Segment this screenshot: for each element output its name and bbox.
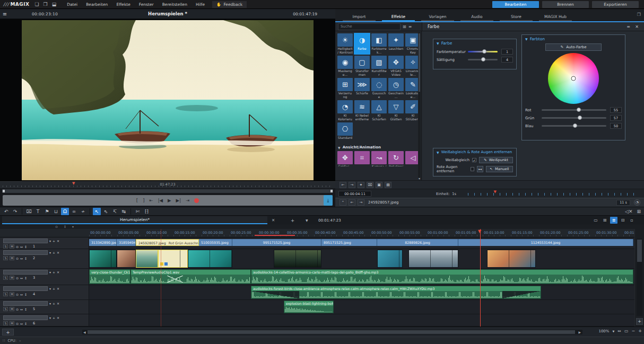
track-body-4[interactable]: audioblocks-forest-birds-close-ambience-… — [89, 285, 634, 299]
timeline-vertical-scrollbar[interactable]: + — [634, 229, 644, 327]
mouse-mode-all-tracks-button[interactable]: ⇖ — [102, 208, 110, 215]
effect-tile-helligkeit-kontrast[interactable]: ☀Helligkeit/ Kontrast — [337, 33, 353, 55]
clip-thumbnail-fall[interactable] — [274, 250, 321, 268]
rot-slider[interactable] — [542, 109, 606, 111]
project-tab-dropdown-icon[interactable]: ▼ — [306, 218, 308, 222]
audio-clip-audioblocks-14-collettivo-armonico-carlo[interactable]: audioblocks-14-collettivo-armonico-carlo… — [251, 269, 633, 284]
effect-tile-vegas-video-stab[interactable]: ✥VEGAS Video Stab... — [388, 55, 404, 77]
zoom-dropdown-icon[interactable]: ▼ — [612, 330, 614, 333]
razor-button[interactable]: ✄ — [134, 208, 142, 215]
delete-button[interactable]: ⌧ — [25, 208, 33, 215]
effect-tile-ki-gl-tten[interactable]: ▽KI Glätten — [388, 100, 404, 121]
slider-thumb[interactable] — [481, 57, 485, 61]
copy-button[interactable]: ▣ — [376, 182, 382, 188]
project-tab[interactable]: Herumspielen* — [2, 216, 267, 224]
mixer-button[interactable]: ⊞ — [637, 209, 641, 214]
track-add-button[interactable]: + — [53, 302, 55, 305]
range-in-button[interactable]: [ — [136, 198, 138, 202]
effect-tile-gr-e[interactable]: ✥Größe/... — [337, 151, 353, 167]
undo-button[interactable]: ↶ — [2, 208, 10, 215]
track-lock-icon[interactable]: ⊙ — [16, 293, 19, 296]
track-body-3[interactable]: very-close-thunder_Ck1_184d.mp3TempPrevi… — [89, 269, 634, 285]
range-button[interactable]: ⊔ — [52, 208, 60, 215]
jump-start-button[interactable]: ⇤ — [150, 198, 153, 202]
play-button[interactable]: ▶ — [168, 198, 171, 202]
clip-thumbnail-sunset[interactable] — [487, 250, 536, 268]
clip-name-895171525-jpeg[interactable]: 895171525.jpeg — [321, 239, 377, 246]
track-select-box[interactable] — [3, 250, 48, 255]
effect-tile-crop-icon[interactable]: ⌗ — [354, 151, 370, 167]
effect-tile-farbe[interactable]: ◑Farbe — [354, 33, 370, 55]
tab-effekte[interactable]: Effekte — [382, 13, 415, 21]
menu-bearbeiten[interactable]: Bearbeiten — [82, 1, 112, 8]
blau-slider[interactable] — [542, 125, 606, 127]
rote-augen-entfernen-checkbox[interactable] — [471, 167, 474, 171]
track-mute-button[interactable]: M — [10, 256, 14, 260]
tab-audio[interactable]: Audio — [460, 13, 493, 21]
jump-end-button[interactable]: ⇥ — [186, 198, 189, 202]
slider-thumb[interactable] — [578, 116, 582, 120]
track-mute-button[interactable]: M — [10, 244, 14, 249]
track-resize-h-icon[interactable]: ↔ — [20, 322, 23, 325]
insert-mode-button[interactable]: ⤓ — [324, 195, 333, 206]
collapse-icon[interactable]: ▾ — [72, 225, 74, 228]
track-close-button[interactable]: ✕ — [57, 239, 59, 243]
gr-n-slider[interactable] — [542, 117, 606, 119]
view-timeline-button[interactable]: ≣ — [610, 217, 617, 224]
restore-window-icon[interactable]: ❐ — [637, 12, 641, 17]
clip-name-1124553144-jpeg[interactable]: 1124553144.jpeg — [458, 239, 633, 246]
track-select-box[interactable] — [3, 315, 48, 320]
redo-button[interactable]: ↷ — [11, 208, 19, 215]
clip-thumbnail-turtle[interactable] — [188, 250, 232, 268]
track-body-5[interactable]: explosion-blast-lightning-bolt... — [89, 300, 634, 314]
track-resize-h-icon[interactable]: ↔ — [20, 307, 23, 311]
tab-import[interactable]: Import — [343, 13, 376, 21]
keyframe-ruler[interactable]: ▼ — [468, 193, 640, 196]
menu-feedback[interactable]: ✋Feedback — [212, 1, 247, 8]
section-ansicht-animation[interactable]: ▼Ansicht/Animation — [338, 145, 420, 149]
effect-tile-farbkorrek[interactable]: ◧Farbkorrek... — [371, 33, 387, 55]
track-select-box[interactable] — [3, 301, 48, 306]
menu-hilfe[interactable]: Hilfe — [192, 1, 209, 8]
track-collapse-button[interactable]: ▾ — [49, 251, 51, 254]
track-body-2[interactable] — [89, 249, 634, 268]
new-project-icon[interactable]: ❏ — [34, 2, 39, 7]
search-input[interactable] — [338, 23, 401, 30]
track-add-button[interactable]: + — [53, 239, 55, 243]
track-close-button[interactable]: ✕ — [57, 251, 59, 254]
track-close-button[interactable]: ✕ — [57, 287, 59, 290]
weissabgleich-group-header[interactable]: ▼Weißabgleich & Rote Augen entfernen — [433, 148, 516, 155]
video-preview[interactable] — [0, 19, 335, 181]
tab-store[interactable]: Store — [500, 13, 533, 21]
title-text-button[interactable]: T — [34, 208, 42, 215]
track-lock-icon[interactable]: ⊙ — [16, 276, 19, 280]
menu-bereitstellen[interactable]: Bereitstellen — [158, 1, 192, 8]
object-edit-button[interactable]: ⁅⁆ — [143, 208, 151, 215]
track-solo-button[interactable]: S — [3, 256, 8, 260]
effect-tile-sch-rfe[interactable]: ⋙Schärfe — [354, 77, 370, 99]
delete-effect-button[interactable]: ⌧ — [367, 182, 373, 188]
track-resize-h-icon[interactable]: ↔ — [20, 257, 23, 260]
wei-abgleich-checkbox[interactable]: ✓ — [472, 158, 476, 162]
track-collapse-button[interactable]: ▾ — [49, 287, 51, 290]
slider-thumb[interactable] — [573, 124, 577, 128]
track-select-box[interactable] — [3, 286, 48, 291]
menu-fenster[interactable]: Fenster — [135, 1, 158, 8]
effect-tile-kamera[interactable]: ↝Kamera-/... — [371, 151, 387, 167]
scrub-playhead-icon[interactable]: ▼ — [72, 182, 75, 186]
track-collapse-button[interactable]: ▾ — [49, 316, 51, 320]
zoom-out-button[interactable]: − — [632, 329, 636, 333]
slider-thumb[interactable] — [577, 108, 581, 112]
next-object-button[interactable]: → — [358, 199, 364, 206]
audio-clip-audioblocks-forest-birds-close-ambience-[interactable]: audioblocks-forest-birds-close-ambience-… — [251, 286, 541, 299]
track-solo-button[interactable]: S — [3, 292, 8, 296]
track-select-box[interactable] — [3, 270, 48, 275]
panel-close-icon[interactable]: ✕ — [635, 24, 639, 29]
red-eye-icon-button[interactable]: ▸◂ — [477, 166, 483, 172]
open-project-icon[interactable]: ❐ — [43, 2, 48, 7]
track-select-box[interactable] — [3, 239, 48, 243]
resize-icon[interactable]: ↕ — [64, 225, 66, 228]
clip-thumbnail-reef[interactable] — [89, 250, 117, 268]
keyframe-playhead-icon[interactable]: ▼ — [494, 190, 497, 194]
track-mute-button[interactable]: M — [10, 292, 14, 296]
